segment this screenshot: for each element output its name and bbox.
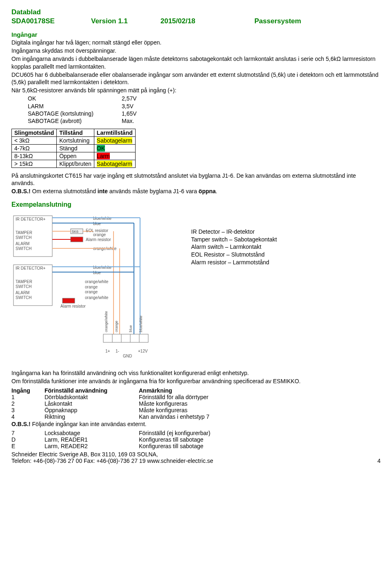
header-version: Version 1.1 bbox=[91, 17, 160, 25]
svg-text:blue: blue bbox=[129, 325, 133, 332]
legend-item: IR Detector – IR-detektor bbox=[191, 228, 277, 236]
svg-rect-8 bbox=[71, 237, 83, 242]
measure-ok: OK2,57V bbox=[28, 95, 381, 102]
svg-text:orange: orange bbox=[85, 290, 98, 294]
svg-text:GND: GND bbox=[123, 354, 132, 358]
svg-text:Alarm resistor: Alarm resistor bbox=[86, 237, 111, 242]
state-th-0: Slingmotstånd bbox=[12, 129, 57, 137]
svg-text:SWITCH: SWITCH bbox=[16, 284, 31, 289]
footer-line-1: Schneider Electric Sverige AB, Box 3110,… bbox=[11, 451, 381, 458]
table-row: DLarm, READER1Konfigureras till sabotage bbox=[11, 436, 213, 443]
inputs-th-0: Ingång bbox=[11, 387, 45, 394]
header-code: SDA00178SE bbox=[11, 17, 91, 25]
page-number: 4 bbox=[377, 458, 381, 464]
svg-rect-31 bbox=[62, 298, 75, 303]
svg-text:TAMPER: TAMPER bbox=[16, 230, 32, 235]
measure-sab-short: SABOTAGE (kortslutning)1,65V bbox=[28, 110, 381, 117]
table-row: ELarm, READER2Konfigureras till sabotage bbox=[11, 443, 213, 449]
inputs-th-2: Anmärkning bbox=[139, 387, 212, 394]
wiring-diagram: IR DETECTOR+ TAMPER SWITCH ALARM SWITCH … bbox=[11, 212, 183, 363]
svg-text:SWITCH: SWITCH bbox=[16, 246, 31, 251]
inputs-p5: När 5,6kΩ-resistorer används blir spänni… bbox=[11, 87, 381, 94]
svg-text:orange: orange bbox=[114, 321, 118, 332]
svg-text:blue: blue bbox=[93, 221, 101, 226]
measure-list: OK2,57V LARM3,5V SABOTAGE (kortslutning)… bbox=[11, 95, 381, 125]
footer: Schneider Electric Sverige AB, Box 3110,… bbox=[11, 451, 381, 464]
svg-text:1+: 1+ bbox=[105, 349, 110, 353]
example-title: Exempelanslutning bbox=[11, 201, 381, 208]
svg-text:orange/white: orange/white bbox=[85, 295, 109, 300]
svg-text:TAMPER: TAMPER bbox=[16, 279, 32, 284]
svg-text:blue/white: blue/white bbox=[93, 265, 111, 270]
svg-text:SWITCH: SWITCH bbox=[16, 235, 31, 240]
state-th-1: Tillstånd bbox=[57, 129, 94, 137]
svg-text:orange/white: orange/white bbox=[85, 279, 109, 284]
legend: IR Detector – IR-detektor Tamper switch … bbox=[191, 228, 277, 266]
inputs-p3: Om ingångarna används i dubbelbalanserad… bbox=[11, 55, 381, 70]
svg-text:orange/white: orange/white bbox=[104, 311, 108, 332]
measure-sab-open: SABOTAGE (avbrott)Max. bbox=[28, 117, 381, 125]
table-row: 2LåskontaktMåste konfigureras bbox=[11, 400, 212, 407]
legend-item: Alarm resistor – Larmmotstånd bbox=[191, 259, 277, 266]
preconf-obs: O.B.S.! Följande ingångar kan inte använ… bbox=[11, 421, 381, 427]
table-row: < 3kΩ Kortslutning Sabotagelarm bbox=[12, 137, 136, 145]
svg-text:Alarm resistor: Alarm resistor bbox=[60, 304, 86, 308]
state-table: Slingmotstånd Tillstånd Larmtillstånd < … bbox=[11, 129, 136, 168]
svg-text:orange: orange bbox=[85, 285, 98, 289]
svg-text:5K6: 5K6 bbox=[72, 230, 78, 234]
header-meta: SDA00178SE Version 1.1 2015/02/18 Passer… bbox=[11, 17, 381, 25]
inputs-p1: Digitala ingångar har två lägen; normalt… bbox=[11, 39, 381, 46]
svg-text:IR DETECTOR+: IR DETECTOR+ bbox=[16, 266, 46, 270]
svg-text:orange: orange bbox=[93, 232, 106, 237]
table-row: 1DörrbladskontaktFörinställd för alla dö… bbox=[11, 394, 212, 400]
after-table-obs: O.B.S.! Om externa slutmotstånd inte anv… bbox=[11, 188, 381, 195]
inputs-table-2: 7LocksabotageFörinställd (ej konfigurerb… bbox=[11, 430, 213, 449]
table-row: 4RiktningKan användas i enhetstyp 7 bbox=[11, 413, 212, 420]
legend-item: Alarm switch – Larmkontakt bbox=[191, 243, 277, 251]
svg-text:IR DETECTOR+: IR DETECTOR+ bbox=[16, 217, 46, 221]
table-row: 4-7kΩ Stängd OK bbox=[12, 145, 136, 152]
footer-line-2: Telefon: +46-(08)-736 27 00 Fax: +46-(08… bbox=[11, 458, 213, 464]
table-row: 3ÖppnaknappMåste konfigureras bbox=[11, 407, 212, 413]
svg-text:1-: 1- bbox=[116, 349, 119, 353]
svg-text:+12V: +12V bbox=[138, 349, 148, 353]
inputs-table: Ingång Förinställd användning Anmärkning… bbox=[11, 387, 212, 420]
header-system: Passersystem bbox=[254, 17, 301, 25]
header-date: 2015/02/18 bbox=[160, 17, 254, 25]
inputs-p2: Ingångarna skyddas mot överspänningar. bbox=[11, 47, 381, 54]
svg-text:blue/white: blue/white bbox=[93, 216, 111, 221]
inputs-th-1: Förinställd användning bbox=[45, 387, 139, 394]
inputs-p4: DCU605 har 6 dubbelbalanserade eller oba… bbox=[11, 71, 381, 86]
table-row: 8-13kΩ Öppen Larm bbox=[12, 152, 136, 160]
svg-text:ALARM: ALARM bbox=[16, 241, 29, 246]
svg-text:blue/white: blue/white bbox=[139, 315, 143, 332]
state-th-2: Larmtillstånd bbox=[94, 129, 135, 137]
legend-item: Tamper switch – Sabotagekontakt bbox=[191, 236, 277, 243]
svg-text:ALARM: ALARM bbox=[16, 290, 29, 295]
table-row: > 15kΩ Klippt/bruten Sabotagelarm bbox=[12, 160, 136, 168]
preconf-p2: Om förinställda funktioner inte används … bbox=[11, 377, 381, 385]
preconf-p1: Ingångarna kan ha förinställd användning… bbox=[11, 369, 381, 377]
svg-rect-41 bbox=[103, 334, 148, 342]
header-title: Datablad bbox=[11, 8, 381, 16]
table-row: 7LocksabotageFörinställd (ej konfigurerb… bbox=[11, 430, 213, 436]
section-inputs-title: Ingångar bbox=[11, 31, 381, 38]
svg-text:SWITCH: SWITCH bbox=[16, 295, 31, 300]
after-table-p1: På anslutningskortet CT615 har varje ing… bbox=[11, 172, 381, 187]
measure-larm: LARM3,5V bbox=[28, 103, 381, 110]
svg-text:blue: blue bbox=[93, 270, 101, 275]
legend-item: EOL Resistor – Slutmotstånd bbox=[191, 251, 277, 259]
